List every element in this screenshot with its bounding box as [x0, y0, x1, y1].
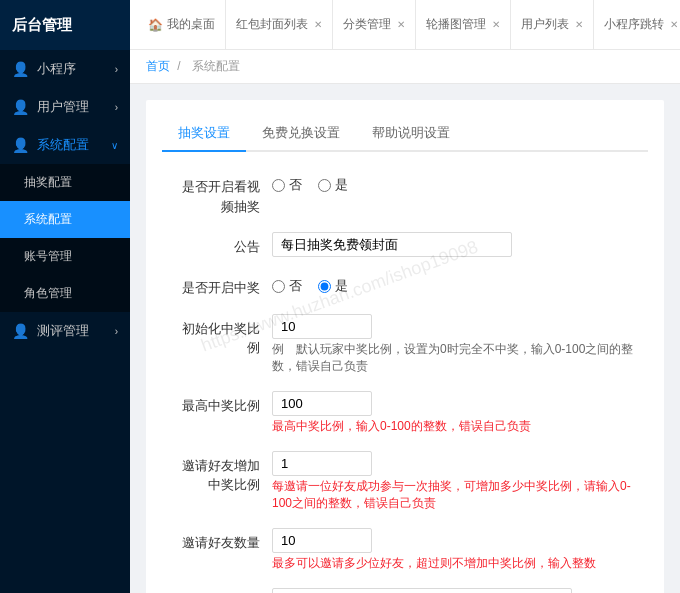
- sidebar-item-sys-label: 系统配置: [37, 136, 89, 154]
- sidebar-item-role-label: 角色管理: [24, 285, 72, 302]
- review-icon: 👤: [12, 323, 29, 339]
- label-init-win-rate: 初始化中奖比例: [162, 314, 272, 358]
- radio-group-lottery-viewing: 否 是: [272, 172, 648, 194]
- label-friend-win-rate: 邀请好友增加中奖比例: [162, 451, 272, 495]
- notice-input[interactable]: [272, 232, 512, 257]
- breadcrumb-current: 系统配置: [192, 59, 240, 73]
- sidebar-item-review-label: 测评管理: [37, 322, 89, 340]
- form-row-enable-lottery: 是否开启中奖 否 是: [162, 273, 648, 298]
- radio-no-lottery[interactable]: 否: [272, 277, 302, 295]
- form-row-notice: 公告: [162, 232, 648, 257]
- init-win-rate-input[interactable]: [272, 314, 372, 339]
- close-icon4[interactable]: ✕: [575, 19, 583, 30]
- content-card: 抽奖设置 免费兑换设置 帮助说明设置 是否开启看视频抽奖: [146, 100, 664, 593]
- control-notice: [272, 232, 648, 257]
- max-win-rate-input[interactable]: [272, 391, 372, 416]
- radio-input-yes-lottery[interactable]: [318, 280, 331, 293]
- sidebar-item-account-mgmt[interactable]: 账号管理: [0, 238, 130, 275]
- control-friend-win-rate: 每邀请一位好友成功参与一次抽奖，可增加多少中奖比例，请输入0-100之间的整数，…: [272, 451, 648, 512]
- form-row-friend-win-rate: 邀请好友增加中奖比例 每邀请一位好友成功参与一次抽奖，可增加多少中奖比例，请输入…: [162, 451, 648, 512]
- nav-item-category[interactable]: 分类管理 ✕: [333, 0, 416, 50]
- control-invite-count: 最多可以邀请多少位好友，超过则不增加中奖比例，输入整数: [272, 528, 648, 572]
- sidebar-item-miniapp-label: 小程序: [37, 60, 76, 78]
- label-enable-lottery-viewing: 是否开启看视频抽奖: [162, 172, 272, 216]
- control-init-win-rate: 例 默认玩家中奖比例，设置为0时完全不中奖，输入0-100之间的整数，错误自己负…: [272, 314, 648, 375]
- chevron-down-icon: ∨: [111, 140, 118, 151]
- sidebar-item-miniapp[interactable]: 👤 小程序 ›: [0, 50, 130, 88]
- nav-item-user-list-label: 用户列表: [521, 16, 569, 33]
- label-notice: 公告: [162, 232, 272, 257]
- control-max-win-rate: 最高中奖比例，输入0-100的整数，错误自己负责: [272, 391, 648, 435]
- form-row-enable-lottery-viewing: 是否开启看视频抽奖 否 是: [162, 172, 648, 216]
- sidebar-item-role-mgmt[interactable]: 角色管理: [0, 275, 130, 312]
- form: 是否开启看视频抽奖 否 是: [162, 172, 648, 593]
- sidebar-item-account-label: 账号管理: [24, 248, 72, 265]
- max-win-rate-hint: 最高中奖比例，输入0-100的整数，错误自己负责: [272, 418, 648, 435]
- form-row-invite-count: 邀请好友数量 最多可以邀请多少位好友，超过则不增加中奖比例，输入整数: [162, 528, 648, 572]
- radio-yes-lottery-viewing[interactable]: 是: [318, 176, 348, 194]
- sidebar-item-sys-config-label: 系统配置: [24, 211, 72, 228]
- breadcrumb-home[interactable]: 首页: [146, 59, 170, 73]
- nav-item-carousel[interactable]: 轮播图管理 ✕: [416, 0, 511, 50]
- close-icon2[interactable]: ✕: [397, 19, 405, 30]
- app-title: 后台管理: [12, 16, 72, 35]
- sidebar-item-user-label: 用户管理: [37, 98, 89, 116]
- label-enable-lottery: 是否开启中奖: [162, 273, 272, 298]
- nav-item-my-desk[interactable]: 🏠 我的桌面: [138, 0, 226, 50]
- miniapp-icon: 👤: [12, 61, 29, 77]
- friend-win-rate-hint: 每邀请一位好友成功参与一次抽奖，可增加多少中奖比例，请输入0-100之间的整数，…: [272, 478, 648, 512]
- sidebar-header: 后台管理: [0, 0, 130, 50]
- friend-win-rate-input[interactable]: [272, 451, 372, 476]
- invite-count-input[interactable]: [272, 528, 372, 553]
- nav-item-red-label: 红包封面列表: [236, 16, 308, 33]
- control-enable-lottery-viewing: 否 是: [272, 172, 648, 194]
- top-nav: 🏠 我的桌面 红包封面列表 ✕ 分类管理 ✕ 轮播图管理 ✕ 用户列表 ✕ 小程…: [130, 0, 680, 50]
- tab-free-exchange[interactable]: 免费兑换设置: [246, 116, 356, 152]
- tab-help-desc[interactable]: 帮助说明设置: [356, 116, 466, 152]
- close-icon3[interactable]: ✕: [492, 19, 500, 30]
- radio-no-lottery-viewing[interactable]: 否: [272, 176, 302, 194]
- content-area: 抽奖设置 免费兑换设置 帮助说明设置 是否开启看视频抽奖: [130, 84, 680, 593]
- invite-count-hint: 最多可以邀请多少位好友，超过则不增加中奖比例，输入整数: [272, 555, 648, 572]
- init-win-rate-hint: 例 默认玩家中奖比例，设置为0时完全不中奖，输入0-100之间的整数，错误自己负…: [272, 341, 648, 375]
- chevron-right-icon2: ›: [115, 102, 118, 113]
- radio-yes-lottery[interactable]: 是: [318, 277, 348, 295]
- radio-input-no-lottery[interactable]: [272, 280, 285, 293]
- form-row-lottery-desc: 抽奖说明: [162, 588, 648, 594]
- close-icon5[interactable]: ✕: [670, 19, 678, 30]
- sidebar-item-sys-config-sub[interactable]: 系统配置: [0, 201, 130, 238]
- tab-lottery-settings[interactable]: 抽奖设置: [162, 116, 246, 152]
- sidebar-item-sys-config[interactable]: 👤 系统配置 ∨: [0, 126, 130, 164]
- nav-item-my-desk-label: 我的桌面: [167, 16, 215, 33]
- main-area: 🏠 我的桌面 红包封面列表 ✕ 分类管理 ✕ 轮播图管理 ✕ 用户列表 ✕ 小程…: [130, 0, 680, 593]
- sidebar-item-lottery-label: 抽奖配置: [24, 174, 72, 191]
- home-icon: 🏠: [148, 18, 163, 32]
- nav-item-carousel-label: 轮播图管理: [426, 16, 486, 33]
- form-row-max-win-rate: 最高中奖比例 最高中奖比例，输入0-100的整数，错误自己负责: [162, 391, 648, 435]
- form-row-init-win-rate: 初始化中奖比例 例 默认玩家中奖比例，设置为0时完全不中奖，输入0-100之间的…: [162, 314, 648, 375]
- nav-item-user-list[interactable]: 用户列表 ✕: [511, 0, 594, 50]
- sidebar: 后台管理 👤 小程序 › 👤 用户管理 › 👤 系统配置 ∨ 抽奖配置 系统配置: [0, 0, 130, 593]
- nav-item-red-envelope[interactable]: 红包封面列表 ✕: [226, 0, 333, 50]
- breadcrumb-separator: /: [177, 59, 180, 73]
- tabs: 抽奖设置 免费兑换设置 帮助说明设置: [162, 116, 648, 152]
- sidebar-item-lottery-config[interactable]: 抽奖配置: [0, 164, 130, 201]
- radio-input-no-viewing[interactable]: [272, 179, 285, 192]
- lottery-desc-textarea[interactable]: [272, 588, 572, 594]
- nav-item-miniapp-jump[interactable]: 小程序跳转 ✕: [594, 0, 680, 50]
- sidebar-item-user-mgmt[interactable]: 👤 用户管理 ›: [0, 88, 130, 126]
- control-enable-lottery: 否 是: [272, 273, 648, 295]
- sidebar-item-review-mgmt[interactable]: 👤 测评管理 ›: [0, 312, 130, 350]
- chevron-right-icon3: ›: [115, 326, 118, 337]
- sys-config-icon: 👤: [12, 137, 29, 153]
- close-icon[interactable]: ✕: [314, 19, 322, 30]
- breadcrumb: 首页 / 系统配置: [130, 50, 680, 84]
- nav-item-category-label: 分类管理: [343, 16, 391, 33]
- label-invite-count: 邀请好友数量: [162, 528, 272, 553]
- sidebar-submenu: 抽奖配置 系统配置 账号管理 角色管理: [0, 164, 130, 312]
- radio-input-yes-viewing[interactable]: [318, 179, 331, 192]
- label-max-win-rate: 最高中奖比例: [162, 391, 272, 416]
- chevron-right-icon: ›: [115, 64, 118, 75]
- label-lottery-desc: 抽奖说明: [162, 588, 272, 594]
- user-mgmt-icon: 👤: [12, 99, 29, 115]
